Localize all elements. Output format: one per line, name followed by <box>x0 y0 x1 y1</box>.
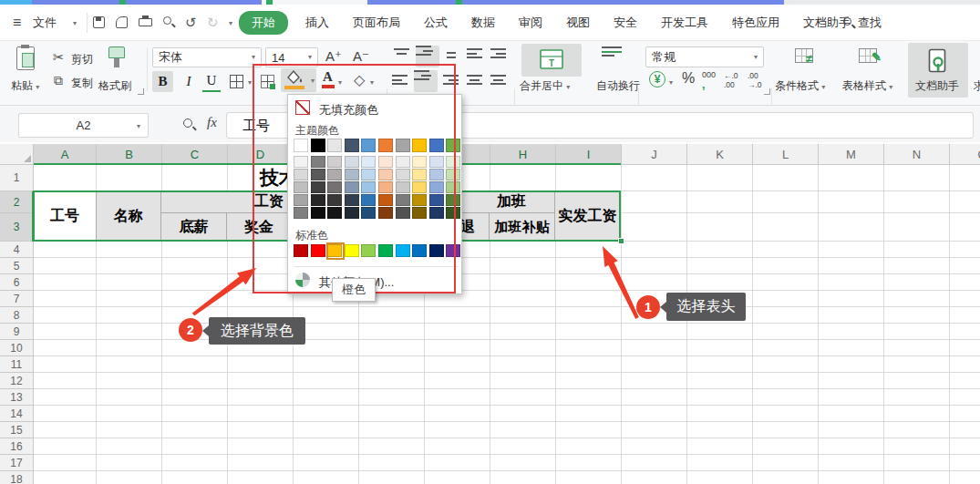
step-1-bubble: 选择表头 <box>666 293 746 321</box>
row-header[interactable]: 7 <box>0 291 33 307</box>
ribbon-tab[interactable]: 视图 <box>554 15 602 31</box>
row-header[interactable]: 15 <box>0 422 33 438</box>
ribbon-tab[interactable]: 特色应用 <box>720 15 791 31</box>
ribbon-toolbar: 粘贴 ▾ ✂ 剪切 ⧉ 复制 格式刷 宋体▾ 14▾ A⁺ A⁻ B I U ▾… <box>0 41 980 106</box>
increase-indent-icon[interactable] <box>490 48 506 58</box>
clipped-toolbar-button[interactable]: 求 <box>974 78 980 94</box>
conditional-format-button[interactable]: 条件格式 ▾ <box>775 78 825 94</box>
column-header[interactable]: H <box>490 144 556 164</box>
table-style-button[interactable]: 表格样式 ▾ <box>842 78 892 94</box>
undo-icon[interactable]: ↺ <box>185 15 197 31</box>
column-header[interactable]: K <box>687 144 753 164</box>
row-header[interactable]: 6 <box>0 274 33 291</box>
paste-button[interactable]: 粘贴 ▾ <box>11 78 39 94</box>
wrap-text-icon[interactable] <box>602 46 622 57</box>
row-header[interactable]: 14 <box>0 406 33 422</box>
cut-button[interactable]: 剪切 <box>71 52 93 67</box>
increase-decimal-button[interactable]: ←.0.00 <box>724 71 738 89</box>
currency-icon[interactable]: ¥ <box>649 71 665 88</box>
name-box-caret-icon[interactable]: ▾ <box>137 123 140 130</box>
row-header[interactable]: 5 <box>0 258 33 274</box>
justify-icon[interactable] <box>467 75 482 85</box>
zoom-formula-icon[interactable] <box>183 118 192 128</box>
ribbon-tab[interactable]: 页面布局 <box>341 15 412 31</box>
cut-icon: ✂ <box>53 49 65 66</box>
row-header[interactable]: 16 <box>0 438 33 455</box>
row-header[interactable]: 10 <box>0 340 33 356</box>
column-header[interactable]: B <box>97 144 162 164</box>
row-header[interactable]: 12 <box>0 373 33 389</box>
export-pdf-icon[interactable] <box>116 16 128 28</box>
column-header[interactable]: N <box>884 144 950 164</box>
column-header[interactable]: L <box>753 144 819 164</box>
comma-style-button[interactable]: 000, <box>702 71 716 90</box>
row-header[interactable]: 3 <box>0 213 33 242</box>
file-menu[interactable]: 文件 <box>33 5 57 41</box>
doc-assistant-button[interactable]: 文档助手 <box>908 43 968 98</box>
currency-caret-icon[interactable]: ▾ <box>669 79 673 87</box>
borders-caret-icon[interactable]: ▾ <box>248 79 252 87</box>
file-menu-caret-icon[interactable]: ▾ <box>73 20 77 27</box>
ribbon-tab[interactable]: 安全 <box>602 15 649 31</box>
grid-row <box>34 242 980 258</box>
print-preview-icon[interactable] <box>163 16 171 25</box>
number-dialog-launcher-icon[interactable] <box>764 88 770 95</box>
bold-button[interactable]: B <box>152 71 173 92</box>
column-header[interactable]: O <box>950 144 980 164</box>
search-icon[interactable] <box>843 17 851 26</box>
pencil-icon: ✎ <box>872 50 882 64</box>
decrease-font-icon[interactable]: A⁻ <box>353 48 369 65</box>
increase-font-icon[interactable]: A⁺ <box>325 48 342 65</box>
row-header[interactable]: 2 <box>0 191 33 213</box>
number-format-select[interactable]: 常规▾ <box>645 46 764 67</box>
align-bottom-icon[interactable] <box>447 52 456 58</box>
percent-style-button[interactable]: % <box>682 70 695 87</box>
fx-icon[interactable]: fx <box>207 115 217 130</box>
save-icon[interactable] <box>93 16 105 28</box>
format-painter-button[interactable]: 格式刷 <box>98 78 131 94</box>
row-header[interactable]: 13 <box>0 389 33 406</box>
row-header[interactable]: 8 <box>0 307 33 324</box>
ribbon-tab[interactable]: 开发工具 <box>649 15 720 31</box>
column-header[interactable]: C <box>162 144 228 164</box>
italic-button[interactable]: I <box>180 71 198 92</box>
row-header[interactable]: 1 <box>0 165 33 191</box>
column-header[interactable]: J <box>622 144 687 164</box>
select-all-corner[interactable] <box>0 144 34 165</box>
row-header[interactable]: 17 <box>0 455 33 471</box>
hamburger-menu-icon[interactable]: ≡ <box>13 5 21 41</box>
find-button[interactable]: 查找 <box>858 5 882 41</box>
fill-handle[interactable] <box>618 238 624 244</box>
merge-center-button[interactable]: 合并居中 ▾ <box>520 78 570 94</box>
row-header[interactable]: 4 <box>0 242 33 258</box>
row-header[interactable]: 11 <box>0 356 33 373</box>
row-header[interactable]: 18 <box>0 471 33 484</box>
ribbon-tab[interactable]: 公式 <box>412 15 459 31</box>
ribbon-tab[interactable]: 文档助手 <box>791 15 862 31</box>
row-header[interactable]: 9 <box>0 324 33 340</box>
distributed-icon[interactable] <box>490 75 506 85</box>
merge-center-icon[interactable]: T <box>521 44 582 77</box>
copy-button[interactable]: 复制 <box>71 76 93 91</box>
ribbon-tab[interactable]: 开始 <box>239 11 288 35</box>
ribbon-tab[interactable]: 插入 <box>294 15 341 31</box>
not-equal-icon: ≠ <box>806 52 812 66</box>
redo-icon[interactable]: ↻ <box>207 15 219 31</box>
name-box[interactable]: A2 <box>18 113 149 138</box>
column-header[interactable]: I <box>556 144 622 164</box>
wrap-text-button[interactable]: 自动换行 <box>596 78 640 94</box>
underline-button[interactable]: U <box>202 71 221 92</box>
column-header[interactable]: A <box>34 144 97 164</box>
clipboard-dialog-launcher-icon[interactable] <box>138 88 144 95</box>
decrease-indent-icon[interactable] <box>467 48 482 58</box>
borders-icon[interactable] <box>230 75 243 88</box>
align-top-icon[interactable] <box>394 48 409 55</box>
decrease-decimal-button[interactable]: .00→.0 <box>748 71 762 89</box>
column-header[interactable]: M <box>819 144 884 164</box>
paste-icon <box>16 46 35 70</box>
font-family-select[interactable]: 宋体▾ <box>152 47 262 67</box>
ribbon-tab[interactable]: 数据 <box>459 15 507 31</box>
ribbon-tab[interactable]: 审阅 <box>507 15 554 31</box>
customize-quickbar-caret-icon[interactable]: ▾ <box>229 20 232 27</box>
print-icon[interactable] <box>139 18 152 26</box>
